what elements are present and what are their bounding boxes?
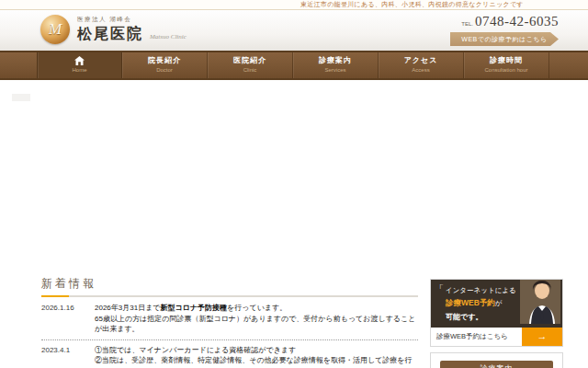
nav-label: 医院紹介 xyxy=(208,55,292,65)
clinic-name: 松尾医院 xyxy=(77,25,143,44)
home-icon xyxy=(38,55,121,65)
tel-number: 0748-42-6035 xyxy=(475,14,559,29)
news-line: 2026年3月31日まで新型コロナ予防接種を行っています。 xyxy=(95,303,418,314)
web-reserve-card[interactable]: 「 インターネットによる 診療WEB予約が 可能です。 xyxy=(430,279,563,347)
nav-label: 診療時間 xyxy=(464,55,548,65)
banner-highlight: 診療WEB予約 xyxy=(446,298,495,307)
clinic-logo-icon: M xyxy=(40,15,70,44)
nav-sub-label: Consultation hour xyxy=(464,66,548,74)
logo-letter: M xyxy=(49,20,62,39)
nav-item-hours[interactable]: 診療時間 Consultation hour xyxy=(464,52,549,78)
tel-label: TEL. xyxy=(461,21,473,27)
news-date: 2026.1.16 xyxy=(41,303,95,335)
reserve-link-row[interactable]: 診療WEB予約はこちら → xyxy=(431,328,562,346)
nav-sub-label: Services xyxy=(293,66,378,74)
arrow-right-icon[interactable]: → xyxy=(522,328,562,346)
nav-sub-label: Home xyxy=(38,66,121,74)
news-entry: 2026.1.16 2026年3月31日まで新型コロナ予防接種を行っています。 … xyxy=(41,303,418,335)
nav-item-services[interactable]: 診療案内 Services xyxy=(293,52,379,78)
reserve-link-label: 診療WEB予約はこちら xyxy=(431,332,522,341)
news-text: 2026年3月31日まで新型コロナ予防接種を行っています。 65歳以上の方は指定… xyxy=(95,303,418,335)
services-button[interactable]: 診療案内 xyxy=(440,361,553,368)
main-nav: Home 院長紹介 Doctor 医院紹介 Clinic 診療案内 Servic… xyxy=(0,51,588,80)
clinic-name-en: Matsuo Clinic xyxy=(150,33,187,40)
nav-item-home[interactable]: Home xyxy=(37,52,122,78)
nav-item-doctor[interactable]: 院長紹介 Doctor xyxy=(122,52,208,78)
corporation-name: 医療法人 湖峰会 xyxy=(77,16,187,24)
news-line: 65歳以上の方は指定の問診票（新型コロナ）がありますので、受付から前もってお渡し… xyxy=(95,314,418,335)
divider xyxy=(41,339,418,340)
top-tagline-bar: 東近江市の能登川にある、内科、小児科、内視鏡の得意なクリニックです xyxy=(0,0,588,10)
nav-item-clinic[interactable]: 医院紹介 Clinic xyxy=(208,52,293,78)
news-line: ②当院は、受診歴、薬剤情報、特定健診情報、その他必要な診療情報を取得・活用して診… xyxy=(95,355,418,368)
news-text: ①当院では、マイナンバーカードによる資格確認ができます ②当院は、受診歴、薬剤情… xyxy=(95,345,418,368)
sidebar: 「 インターネットによる 診療WEB予約が 可能です。 xyxy=(430,279,563,368)
quote-mark: 「 xyxy=(435,282,444,295)
page: 東近江市の能登川にある、内科、小児科、内視鏡の得意なクリニックです M 医療法人… xyxy=(0,0,588,368)
brand-text: 医療法人 湖峰会 松尾医院 Matsuo Clinic xyxy=(77,16,187,44)
header-right: TEL.0748-42-6035 WEBでの診療予約はこちら xyxy=(450,13,559,46)
nav-label: 診療案内 xyxy=(293,55,378,65)
news-heading-underline xyxy=(41,295,418,297)
hero-area xyxy=(0,80,588,273)
nav-sub-label: Access xyxy=(379,66,463,74)
nav-label: アクセス xyxy=(379,55,463,65)
receptionist-photo xyxy=(520,280,560,328)
web-reserve-banner: 「 インターネットによる 診療WEB予約が 可能です。 xyxy=(431,280,562,328)
web-reserve-button[interactable]: WEBでの診療予約はこちら xyxy=(450,32,559,46)
services-card: 診療案内 xyxy=(430,352,563,368)
news-section: 新着情報 2026.1.16 2026年3月31日まで新型コロナ予防接種を行って… xyxy=(41,276,418,368)
news-line: ①当院では、マイナンバーカードによる資格確認ができます xyxy=(95,345,418,356)
nav-item-access[interactable]: アクセス Access xyxy=(379,52,464,78)
news-list: 2026.1.16 2026年3月31日まで新型コロナ予防接種を行っています。 … xyxy=(41,303,418,368)
broken-image-placeholder xyxy=(12,94,30,101)
tagline-text: 東近江市の能登川にある、内科、小児科、内視鏡の得意なクリニックです xyxy=(300,1,524,7)
nav-label: 院長紹介 xyxy=(122,55,207,65)
nav-sub-label: Doctor xyxy=(122,66,207,74)
tel-line: TEL.0748-42-6035 xyxy=(450,13,559,29)
news-heading: 新着情報 xyxy=(41,276,418,292)
news-date: 2023.4.1 xyxy=(41,345,95,368)
nav-sub-label: Clinic xyxy=(208,66,292,74)
header: M 医療法人 湖峰会 松尾医院 Matsuo Clinic TEL.0748-4… xyxy=(0,10,588,51)
brand[interactable]: M 医療法人 湖峰会 松尾医院 Matsuo Clinic xyxy=(40,15,187,44)
news-entry: 2023.4.1 ①当院では、マイナンバーカードによる資格確認ができます ②当院… xyxy=(41,345,418,368)
